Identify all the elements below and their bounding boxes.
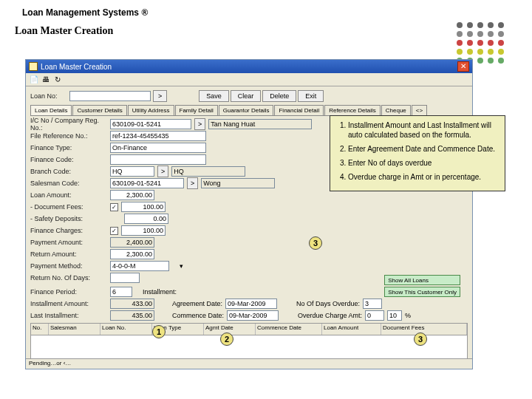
chevron-down-icon[interactable]: ▾ — [180, 262, 183, 270]
annotation-callout: Installment Amount and Last Installment … — [330, 115, 505, 191]
tab-guarantor[interactable]: Guarantor Details — [219, 105, 274, 115]
tab-reference[interactable]: Reference Details — [324, 105, 381, 115]
safety-label: - Safety Deposits: — [30, 215, 107, 222]
overdays-label: No Of Days Overdue: — [296, 300, 360, 307]
new-icon[interactable]: 📄 — [29, 75, 39, 85]
overpct-input[interactable]: 10 — [387, 310, 402, 321]
salesman-input[interactable]: 630109-01-5241 — [110, 178, 184, 188]
col-no[interactable]: No. — [31, 324, 49, 335]
method-select[interactable]: 4-0-0-M — [110, 261, 169, 271]
note-1: Installment Amount and Last Installment … — [348, 120, 499, 140]
payamt-value: 2,400.00 — [110, 237, 154, 248]
decor-dots — [457, 22, 505, 64]
branch-lookup[interactable]: > — [157, 166, 168, 177]
icno-input[interactable]: 630109-01-5241 — [110, 119, 191, 129]
tab-cheque[interactable]: Cheque — [381, 105, 411, 115]
fileref-input[interactable]: ref-1234-45455435 — [110, 131, 206, 141]
show-customer-button[interactable]: Show This Customer Only — [384, 287, 460, 297]
toolbar: 📄 🖶 ↻ — [26, 73, 472, 86]
payamt-label: Payment Amount: — [30, 239, 107, 246]
fileref-label: File Reference No.: — [30, 132, 107, 140]
customer-name: Tan Nang Huat — [208, 119, 312, 129]
badge-2: 2 — [220, 332, 233, 346]
fincharge-label: Finance Charges: — [30, 227, 107, 234]
show-all-button[interactable]: Show All Loans — [384, 275, 460, 285]
fincharge-check[interactable]: ✓ — [110, 227, 118, 235]
install-value: 433.00 — [110, 299, 154, 309]
window-title: Loan Master Creation — [41, 63, 112, 71]
close-icon[interactable]: ✕ — [457, 61, 469, 72]
return-input[interactable]: 2,300.00 — [110, 249, 154, 259]
refresh-icon[interactable]: ↻ — [52, 75, 63, 85]
fincode-label: Finance Code: — [30, 156, 107, 163]
loanamt-label: Loan Amount: — [30, 191, 107, 199]
last-value: 435.00 — [110, 310, 154, 321]
comdate-input[interactable]: 09-Mar-2009 — [227, 310, 279, 321]
badge-3b: 3 — [414, 332, 427, 346]
tab-more[interactable]: <> — [412, 105, 427, 115]
clear-button[interactable]: Clear — [231, 90, 262, 102]
overamt-input[interactable]: 0 — [365, 310, 384, 321]
agdate-label: Agreement Date: — [172, 300, 222, 307]
overamt-label: Overdue Charge Amt: — [298, 312, 362, 319]
salesman-lookup[interactable]: > — [187, 177, 198, 189]
rtndays-input[interactable] — [110, 273, 140, 283]
finperiod-input[interactable]: 6 — [110, 287, 132, 297]
method-label: Payment Method: — [30, 262, 107, 270]
finperiod-label: Finance Period: — [30, 288, 107, 296]
col-salesman[interactable]: Salesman — [49, 324, 100, 335]
col-commence[interactable]: Commence Date — [256, 324, 322, 335]
status-bar: Pending…or ‹… — [26, 358, 472, 369]
tab-family[interactable]: Family Detail — [175, 105, 218, 115]
col-loanno[interactable]: Loan No. — [100, 324, 152, 335]
tab-customer[interactable]: Customer Details — [72, 105, 126, 115]
return-label: Return Amount: — [30, 250, 107, 258]
icno-lookup[interactable]: > — [194, 118, 205, 130]
delete-button[interactable]: Delete — [262, 90, 296, 102]
last-label: Last Installment: — [30, 312, 107, 319]
rtndays-label: Return No. Of Days: — [30, 274, 107, 282]
page-title: Loan Master Creation — [0, 19, 532, 41]
note-2: Enter Agreement Date and Commence Date. — [348, 144, 499, 154]
tab-financial[interactable]: Financial Detail — [274, 105, 324, 115]
agdate-input[interactable]: 09-Mar-2009 — [225, 299, 277, 309]
salesman-desc: Wong — [201, 178, 275, 188]
loan-no-label: Loan No: — [30, 92, 67, 100]
docfee-label: - Document Fees: — [30, 203, 107, 211]
pct-label: % — [405, 312, 411, 319]
tab-utility[interactable]: Utility Address — [128, 105, 174, 115]
print-icon[interactable]: 🖶 — [41, 75, 51, 85]
loanamt-input[interactable]: 2,300.00 — [110, 190, 154, 200]
app-window: Loan Master Creation ✕ 📄 🖶 ↻ Loan No: > … — [25, 59, 473, 369]
brand-title: Loan Management Systems ® — [0, 0, 532, 19]
overdays-input[interactable]: 3 — [363, 299, 382, 309]
badge-1: 1 — [152, 325, 166, 338]
go-button[interactable]: > — [153, 90, 167, 102]
tab-strip: Loan Details Customer Details Utility Ad… — [30, 105, 468, 116]
branch-desc: HQ — [171, 166, 245, 177]
tab-loan-details[interactable]: Loan Details — [30, 105, 72, 115]
safety-input[interactable]: 0.00 — [124, 214, 168, 224]
badge-3a: 3 — [309, 236, 322, 250]
fincode-input[interactable] — [110, 154, 206, 165]
loan-no-input[interactable] — [69, 91, 151, 101]
docfee-check[interactable]: ✓ — [110, 203, 118, 211]
fintype-label: Finance Type: — [30, 144, 107, 151]
note-4: Overdue charge in Amt or in percentage. — [348, 172, 499, 182]
fintype-select[interactable]: On-Finance — [110, 143, 206, 153]
app-icon — [29, 62, 38, 71]
note-3: Enter No of days overdue — [348, 158, 499, 168]
titlebar: Loan Master Creation ✕ — [26, 60, 472, 73]
icno-label: I/C No / Company Reg. No.: — [30, 117, 107, 132]
installno-label: Installment: — [143, 288, 177, 296]
docfee-input[interactable]: 100.00 — [121, 202, 166, 212]
save-button[interactable]: Save — [199, 90, 229, 102]
comdate-label: Commence Date: — [172, 312, 224, 319]
branch-input[interactable]: HQ — [110, 166, 154, 177]
salesman-label: Salesman Code: — [30, 180, 107, 187]
branch-label: Branch Code: — [30, 168, 107, 175]
col-loanamt[interactable]: Loan Amount — [322, 324, 381, 335]
exit-button[interactable]: Exit — [298, 90, 324, 102]
fincharge-input[interactable]: 100.00 — [121, 225, 166, 236]
install-label: Installment Amount: — [30, 300, 107, 307]
